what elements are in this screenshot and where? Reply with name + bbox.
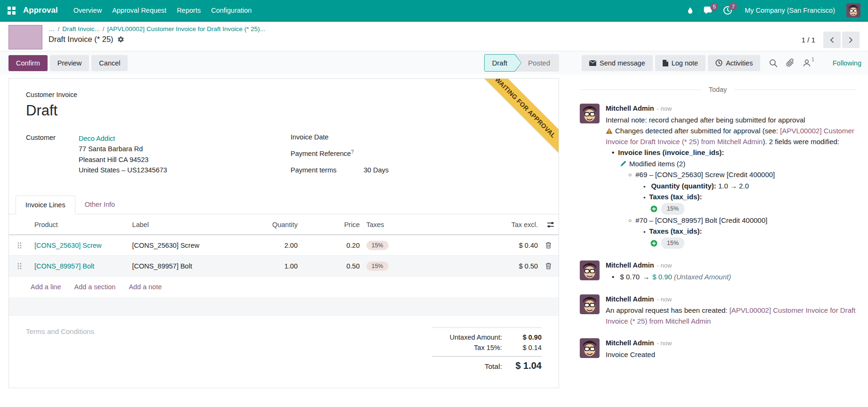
optional-columns-icon[interactable]: [547, 221, 554, 228]
line-subtotal: $ 0.40: [484, 242, 538, 249]
messages-badge: 5: [710, 3, 718, 11]
message-author[interactable]: Mitchell Admin: [606, 104, 654, 114]
invoice-state-title: Draft: [26, 102, 542, 119]
menu-overview[interactable]: Overview: [68, 0, 107, 21]
tracking-item: #70 – [CONS_89957] Bolt [Credit 400000]: [606, 215, 856, 226]
col-label[interactable]: Label: [129, 221, 254, 228]
drag-handle-icon[interactable]: [9, 242, 31, 249]
col-taxes[interactable]: Taxes: [360, 221, 484, 228]
send-message-button[interactable]: Send message: [582, 55, 653, 71]
droplet-icon[interactable]: [686, 6, 694, 15]
table-row[interactable]: [CONS_89957] Bolt [CONS_89957] Bolt 1.00…: [9, 256, 559, 277]
customer-link[interactable]: Deco Addict: [79, 133, 167, 144]
line-quantity: 2.00: [253, 242, 298, 249]
status-step-posted[interactable]: Posted: [521, 54, 559, 72]
tracking-change: Taxes (tax_ids):: [606, 226, 856, 237]
customer-label: Customer: [26, 133, 79, 183]
table-header-row: Product Label Quantity Price Taxes Tax e…: [9, 214, 559, 235]
invoice-date-label: Invoice Date: [291, 133, 364, 141]
product-link[interactable]: [CONS_25630] Screw: [34, 242, 102, 249]
log-note-button[interactable]: Log note: [655, 55, 706, 71]
avatar: [580, 338, 600, 358]
activities-button[interactable]: Activities: [708, 55, 760, 71]
activity-clock-icon[interactable]: 7: [723, 6, 732, 15]
message-text: Internal note: record changed after bein…: [606, 115, 856, 126]
breadcrumb-parent[interactable]: Draft Invoic...: [62, 25, 100, 33]
trash-icon[interactable]: [538, 242, 559, 249]
address-line: United States – US12345673: [79, 165, 167, 175]
table-add-row: Add a line Add a section Add a note: [9, 277, 559, 297]
tax-tag: 15%: [366, 241, 389, 250]
confirm-button[interactable]: Confirm: [8, 55, 48, 71]
edit-icon: [620, 161, 626, 167]
apps-menu-icon[interactable]: [8, 7, 16, 15]
page-title: Draft Invoice (* 25): [49, 35, 114, 44]
company-switcher[interactable]: My Company (San Francisco): [745, 7, 835, 14]
line-price: 0.50: [298, 262, 360, 270]
next-icon[interactable]: [842, 32, 860, 48]
preview-button[interactable]: Preview: [50, 55, 89, 71]
message-time: - now: [657, 261, 672, 270]
prev-icon[interactable]: [823, 32, 841, 48]
tracking-change: Taxes (tax_ids):: [606, 192, 856, 203]
message-author[interactable]: Mitchell Admin: [606, 338, 654, 349]
line-subtotal: $ 0.50: [484, 262, 538, 270]
message-text: Invoice Created: [606, 350, 856, 360]
action-bar: Confirm Preview Cancel Draft Posted Send…: [0, 51, 868, 74]
document-type: Customer Invoice: [26, 91, 542, 98]
address-line: 77 Santa Barbara Rd: [79, 144, 167, 154]
line-label: [CONS_89957] Bolt: [129, 262, 254, 270]
col-subtotal[interactable]: Tax excl.: [484, 221, 538, 228]
add-a-section-link[interactable]: Add a section: [74, 283, 116, 291]
menu-approval-request[interactable]: Approval Request: [107, 0, 171, 21]
tracking-tax-added: 15%: [606, 237, 856, 249]
app-name[interactable]: Approval: [23, 6, 58, 15]
drag-handle-icon[interactable]: [9, 263, 31, 269]
payment-terms-field[interactable]: 30 Days: [364, 166, 389, 174]
add-icon: [650, 205, 657, 212]
untaxed-value: $ 0.90: [502, 334, 542, 341]
activities-badge: 7: [729, 2, 737, 10]
status-step-draft[interactable]: Draft: [484, 54, 522, 72]
col-price[interactable]: Price: [298, 221, 360, 228]
message-author[interactable]: Mitchell Admin: [606, 294, 654, 305]
tab-other-info[interactable]: Other Info: [75, 195, 124, 214]
tracking-modified: Modified items (2): [606, 159, 856, 170]
followers-icon[interactable]: 1: [803, 59, 814, 67]
add-icon: [650, 240, 657, 247]
breadcrumb-collapsed[interactable]: …: [49, 25, 55, 33]
trash-icon[interactable]: [538, 262, 559, 269]
breadcrumb-current[interactable]: [APVL00002] Customer Invoice for Draft I…: [107, 25, 265, 33]
statusbar: Draft Posted: [484, 54, 559, 72]
attachment-icon[interactable]: [786, 58, 795, 67]
cancel-button[interactable]: Cancel: [91, 55, 128, 71]
tax-label: Tax 15%:: [474, 344, 502, 351]
following-toggle[interactable]: Following: [833, 59, 861, 67]
systray: 5 7 My Company (San Francisco): [686, 3, 860, 17]
col-product[interactable]: Product: [31, 221, 129, 228]
user-avatar[interactable]: [846, 3, 860, 17]
tracking-field: Invoice lines (invoice_line_ids):: [606, 147, 856, 158]
col-quantity[interactable]: Quantity: [253, 221, 298, 228]
tax-value: $ 0.14: [502, 344, 542, 351]
add-a-note-link[interactable]: Add a note: [129, 283, 162, 291]
gear-icon[interactable]: [117, 36, 124, 43]
message-time: - now: [657, 295, 672, 304]
tab-invoice-lines[interactable]: Invoice Lines: [16, 195, 75, 214]
address-line: Pleasant Hill CA 94523: [79, 155, 167, 165]
invoice-card: WAITING FOR APPROVAL Customer Invoice Dr…: [8, 78, 559, 388]
avatar: [580, 260, 600, 280]
message-author[interactable]: Mitchell Admin: [606, 260, 654, 271]
menu-reports[interactable]: Reports: [171, 0, 206, 21]
messages-icon[interactable]: 5: [704, 6, 714, 15]
search-icon[interactable]: [769, 59, 778, 67]
table-row[interactable]: [CONS_25630] Screw [CONS_25630] Screw 2.…: [9, 235, 559, 256]
terms-placeholder[interactable]: Terms and Conditions: [26, 327, 94, 373]
menu-configuration[interactable]: Configuration: [206, 0, 257, 21]
chatter-message: Mitchell Admin - now $ 0.70→$ 0.90 (Unta…: [580, 260, 856, 283]
add-a-line-link[interactable]: Add a line: [31, 283, 61, 291]
note-icon: [663, 60, 668, 66]
product-link[interactable]: [CONS_89957] Bolt: [34, 262, 94, 270]
message-text: Changes detected after submitted for app…: [606, 126, 856, 147]
line-label: [CONS_25630] Screw: [129, 242, 254, 249]
